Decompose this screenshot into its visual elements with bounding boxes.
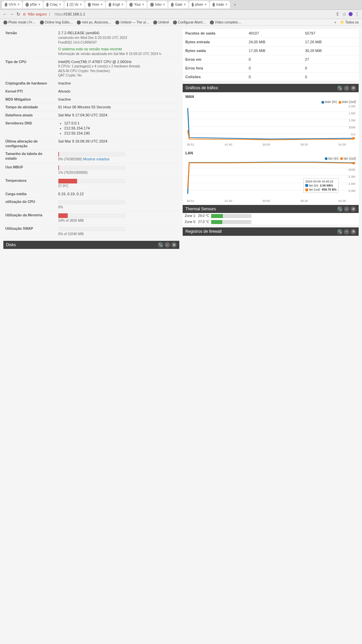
bookmark[interactable]: Vídeo completo… [210,20,242,25]
chart-legend: wan (in) wan (out) [185,100,356,104]
label: MDS Mitigation [3,95,56,103]
row-cpu: Tipo de CPU Intel(R) Core(TM) i7-4765T C… [3,58,179,79]
close-icon[interactable]: ✕ [171,242,177,248]
bookmark-icon [153,20,157,24]
bookmark[interactable]: mini pc, Anúncios… [77,20,111,25]
row-dns: Servidores DNS 127.0.0.1 212.55.154.174 … [3,119,179,138]
value: 0 [246,55,302,64]
security-warning-label: Não seguro [28,12,47,17]
close-icon[interactable]: × [163,2,165,7]
interface-stats-table: Pacotes de saída4910755797 Bytes entrada… [183,29,359,81]
label: Última alteração de configuração [3,137,56,150]
label: Erros fora [183,64,246,72]
close-icon[interactable]: × [80,2,82,7]
show-states-link[interactable]: Mostrar estados [83,157,110,161]
url-field[interactable]: https://192.168.1.1 [52,11,333,17]
y-axis-labels: 0.0-500k-1.0M-1.5M-2.0M [348,161,355,193]
bookmark[interactable]: Online Img Edito… [40,20,73,25]
refresh-icon[interactable]: ↻ [159,52,162,56]
close-icon[interactable]: × [17,2,19,7]
label: Data/hora atuais [3,111,56,119]
back-button[interactable]: ← [3,12,7,16]
favicon-icon [67,3,68,7]
close-icon[interactable]: × [184,2,186,7]
new-tab-button[interactable]: ＋ [231,1,239,8]
share-icon[interactable]: ⇪ [335,12,340,16]
dns-server: 127.0.0.1 [64,121,178,126]
bookmarks-overflow[interactable]: » [334,20,336,25]
close-icon[interactable]: × [59,2,61,7]
wrench-icon[interactable]: 🔧 [337,206,343,212]
bookmark[interactable]: Photo mode | Fr… [3,20,36,25]
bookmark[interactable]: Configurar Abert… [173,20,206,25]
panel-title: Registros de firewall [185,229,222,234]
tab[interactable]: Criaç× [44,1,64,8]
right-column: Pacotes de saída4910755797 Bytes entrada… [183,29,359,235]
close-icon[interactable]: × [204,2,206,7]
table-row: Erros em027 [183,55,359,64]
close-icon[interactable]: ✕ [351,229,356,234]
close-icon[interactable]: × [142,2,144,7]
label: Kernel PTI [3,87,56,95]
wrench-icon[interactable]: 🔧 [158,242,163,248]
reload-button[interactable]: ↻ [16,12,21,16]
profile-icon[interactable] [349,12,353,16]
address-bar: ← → ↻ ⊘ Não seguro | https://192.168.1.1… [0,10,362,19]
forward-button[interactable]: → [9,12,14,16]
close-icon[interactable]: ✕ [351,86,356,91]
row-cpuuse: utilização do CPU 0% [3,198,179,211]
value: Inactive [56,95,180,103]
table-row: Bytes saída17,05 MiB30,28 MiB [183,47,359,55]
value: 24,05 MiB [246,38,302,47]
bookmark[interactable]: Umbrel [153,20,169,25]
value: 17,26 MiB [302,38,359,47]
extensions-icon[interactable]: ⋮ [355,12,359,16]
minimize-icon[interactable]: − [344,86,349,91]
minimize-icon[interactable]: − [344,229,349,234]
tab[interactable]: pfsen× [189,1,209,8]
value: 27 [302,55,359,64]
minimize-icon[interactable]: − [344,206,349,212]
tab[interactable]: Engli× [106,1,126,8]
wan-chart-svg[interactable] [185,104,356,141]
star-icon[interactable]: ☆ [342,12,347,16]
favicon-icon [129,3,133,7]
close-icon[interactable]: × [101,2,103,7]
label: Bytes saída [183,47,246,55]
row-version: Versão 2.7.2-RELEASE (amd64) construído … [3,29,179,58]
label: Utilização SWAP [3,225,56,238]
zone-label: Zone 0: [185,220,196,224]
close-icon[interactable]: ✕ [351,206,356,212]
panel-title: Thermal Sensors [185,206,216,212]
folder-icon: 📁 [340,20,344,25]
tab[interactable]: Your× [127,1,147,8]
label: Pacotes de saída [183,29,246,38]
favicon-icon [109,3,111,7]
value: 01 Hour 06 Minutes 55 Seconds [56,103,180,111]
favicon-icon [213,3,215,7]
minimize-icon[interactable]: − [165,242,170,248]
security-warning-icon[interactable]: ⊘ [23,12,26,17]
bookmark[interactable]: Umbrel — The ul… [115,20,149,25]
tab[interactable]: Gate× [168,1,188,8]
wrench-icon[interactable]: 🔧 [337,86,343,91]
tab[interactable]: Hom× [85,1,105,8]
wrench-icon[interactable]: 🔧 [337,229,343,234]
tab[interactable]: pfSe× [23,1,43,8]
table-row: Colisões00 [183,72,359,81]
tab[interactable]: trade× [210,1,230,8]
panel-title: Gráficos de tráfico [185,85,218,91]
tab[interactable]: UV-h× [2,1,22,8]
label: Uso MBUF [3,163,56,176]
close-icon[interactable]: × [121,2,123,7]
tab[interactable]: (2) Vo× [64,1,84,8]
row-hwcrypto: Criptografia de hardwareInactive [3,79,179,87]
close-icon[interactable]: × [38,2,40,7]
bookmarks-all[interactable]: 📁 Todos os [340,20,359,25]
row-lastcfg: Última alteração de configuraçãoSat Mar … [3,137,179,150]
tab[interactable]: Inbo× [147,1,168,8]
close-icon[interactable]: × [225,2,227,7]
value: 0.19, 0.19, 0.12 [56,190,180,198]
favicon-icon [192,3,194,7]
version-check-time: Informação de versão atualizada em Sat M… [58,52,178,56]
